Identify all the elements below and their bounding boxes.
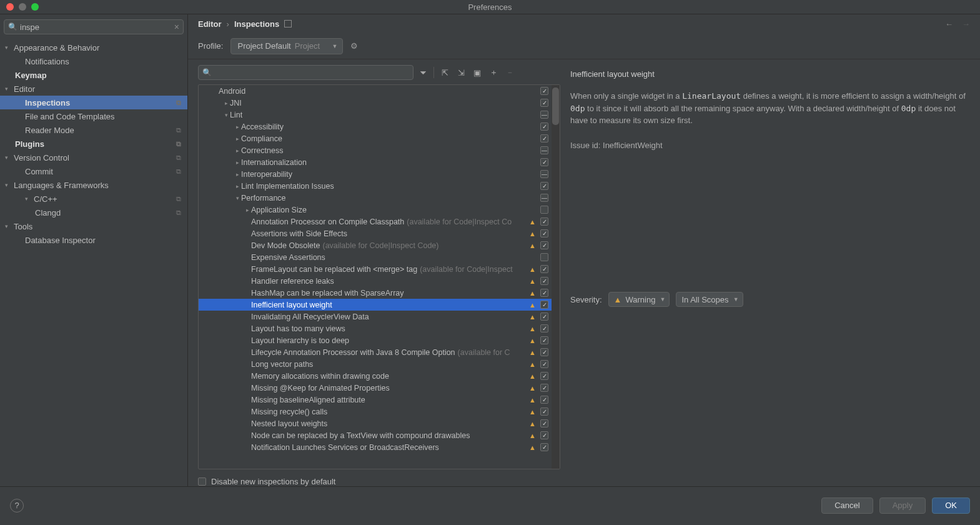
severity-select[interactable]: ▲ Warning ▼ xyxy=(608,292,670,307)
breadcrumb-part-editor[interactable]: Editor xyxy=(198,19,222,29)
inspection-row[interactable]: ▸JNI xyxy=(199,97,560,109)
inspection-checkbox[interactable] xyxy=(540,134,548,142)
apply-button[interactable]: Apply xyxy=(879,498,926,514)
sidebar-item-appearance-behavior[interactable]: ▾Appearance & Behavior xyxy=(0,41,187,54)
sidebar-item-database-inspector[interactable]: Database Inspector xyxy=(0,233,187,247)
inspection-row[interactable]: Invalidating All RecyclerView Data▲ xyxy=(199,311,560,322)
profile-select[interactable]: Project Default Project ▼ xyxy=(230,38,343,54)
inspection-row[interactable]: ▾Performance xyxy=(199,192,560,204)
inspection-row[interactable]: ▾Lint xyxy=(199,109,560,121)
inspection-row[interactable]: Layout hierarchy is too deep▲ xyxy=(199,334,560,346)
inspection-checkbox[interactable] xyxy=(540,289,548,297)
add-icon[interactable]: ＋ xyxy=(487,66,500,79)
inspection-row[interactable]: ▸Interoperability xyxy=(199,168,560,180)
inspection-row[interactable]: Expensive Assertions xyxy=(199,251,560,263)
inspection-checkbox[interactable] xyxy=(540,122,548,131)
disable-new-inspections-checkbox[interactable] xyxy=(198,478,206,486)
inspection-row[interactable]: FrameLayout can be replaced with <merge>… xyxy=(199,263,560,275)
inspection-row[interactable]: Assertions with Side Effects▲ xyxy=(199,228,560,239)
inspection-row[interactable]: ▸Lint Implementation Issues xyxy=(199,180,560,192)
inspection-row[interactable]: ▸Compliance xyxy=(199,132,560,144)
sidebar-item-keymap[interactable]: Keymap xyxy=(0,68,187,82)
sidebar-item-file-and-code-templates[interactable]: File and Code Templates xyxy=(0,109,187,123)
inspection-checkbox[interactable] xyxy=(540,182,548,190)
inspection-checkbox[interactable] xyxy=(540,408,548,416)
inspection-checkbox[interactable] xyxy=(540,324,548,332)
scrollbar-thumb[interactable] xyxy=(552,88,559,125)
inspection-checkbox[interactable] xyxy=(540,218,548,226)
inspection-row[interactable]: Memory allocations within drawing code▲ xyxy=(199,370,560,382)
inspection-row[interactable]: Lifecycle Annotation Processor with Java… xyxy=(199,346,560,358)
inspection-checkbox[interactable] xyxy=(540,111,548,119)
inspection-row[interactable]: Layout has too many views▲ xyxy=(199,322,560,334)
inspection-row[interactable]: ▸Accessibility xyxy=(199,121,560,132)
inspection-checkbox[interactable] xyxy=(540,301,548,309)
minimize-window-button[interactable] xyxy=(19,3,26,11)
inspection-row[interactable]: Missing baselineAligned attribute▲ xyxy=(199,394,560,406)
remove-icon[interactable]: － xyxy=(503,66,517,79)
ok-button[interactable]: OK xyxy=(932,498,970,514)
inspection-checkbox[interactable] xyxy=(540,194,548,202)
expand-all-icon[interactable]: ⇱ xyxy=(438,66,452,79)
inspection-row[interactable]: Inefficient layout weight▲ xyxy=(199,299,560,311)
inspection-checkbox[interactable] xyxy=(540,384,548,392)
sidebar-search[interactable]: 🔍 × xyxy=(4,19,184,34)
scope-select[interactable]: In All Scopes ▼ xyxy=(676,292,743,307)
inspection-row[interactable]: HashMap can be replaced with SparseArray… xyxy=(199,287,560,299)
inspection-row[interactable]: Dev Mode Obsolete(available for Code|Ins… xyxy=(199,239,560,251)
sidebar-item-languages-frameworks[interactable]: ▾Languages & Frameworks xyxy=(0,178,187,192)
inspection-checkbox[interactable] xyxy=(540,158,548,166)
inspection-checkbox[interactable] xyxy=(540,99,548,107)
cancel-button[interactable]: Cancel xyxy=(821,498,873,514)
inspection-checkbox[interactable] xyxy=(540,206,548,214)
inspection-checkbox[interactable] xyxy=(540,348,548,356)
inspection-checkbox[interactable] xyxy=(540,419,548,428)
inspection-checkbox[interactable] xyxy=(540,241,548,249)
sidebar-item-c-c-[interactable]: ▾C/C++⧉ xyxy=(0,192,187,206)
inspection-checkbox[interactable] xyxy=(540,265,548,273)
inspection-row[interactable]: Notification Launches Services or Broadc… xyxy=(199,441,560,453)
inspection-row[interactable]: ▸Internationalization xyxy=(199,156,560,168)
gear-icon[interactable]: ⚙ xyxy=(350,41,358,51)
inspection-row[interactable]: Missing recycle() calls▲ xyxy=(199,406,560,418)
inspections-tree[interactable]: Android▸JNI▾Lint▸Accessibility▸Complianc… xyxy=(198,84,560,469)
search-clear-icon[interactable]: × xyxy=(174,22,179,32)
inspection-checkbox[interactable] xyxy=(540,146,548,154)
help-button[interactable]: ? xyxy=(10,499,24,512)
inspection-checkbox[interactable] xyxy=(540,229,548,238)
scrollbar[interactable] xyxy=(552,85,560,469)
inspection-row[interactable]: Long vector paths▲ xyxy=(199,358,560,370)
inspection-checkbox[interactable] xyxy=(540,336,548,344)
inspection-checkbox[interactable] xyxy=(540,396,548,404)
nav-back-icon[interactable]: ← xyxy=(945,19,953,29)
inspection-checkbox[interactable] xyxy=(540,431,548,439)
close-window-button[interactable] xyxy=(6,3,14,11)
inspection-row[interactable]: Annotation Processor on Compile Classpat… xyxy=(199,216,560,228)
inspection-row[interactable]: ▸Correctness xyxy=(199,144,560,156)
inspection-row[interactable]: ▸Application Size xyxy=(199,204,560,216)
inspection-checkbox[interactable] xyxy=(540,443,548,451)
sidebar-item-commit[interactable]: Commit⧉ xyxy=(0,164,187,178)
sidebar-item-plugins[interactable]: Plugins⧉ xyxy=(0,137,187,151)
sidebar-search-input[interactable] xyxy=(20,22,174,32)
inspection-row[interactable]: Nested layout weights▲ xyxy=(199,418,560,429)
sidebar-item-tools[interactable]: ▾Tools xyxy=(0,219,187,233)
inspection-checkbox[interactable] xyxy=(540,253,548,261)
inspection-row[interactable]: Handler reference leaks▲ xyxy=(199,275,560,287)
sidebar-item-inspections[interactable]: Inspections⧉ xyxy=(0,96,187,109)
inspection-row[interactable]: Android xyxy=(199,85,560,97)
inspection-checkbox[interactable] xyxy=(540,312,548,321)
inspection-checkbox[interactable] xyxy=(540,372,548,380)
expand-icon[interactable] xyxy=(284,20,292,28)
inspection-checkbox[interactable] xyxy=(540,87,548,95)
sidebar-item-notifications[interactable]: Notifications xyxy=(0,54,187,68)
filter-icon[interactable]: ⏷ xyxy=(416,66,430,79)
inspection-checkbox[interactable] xyxy=(540,170,548,178)
inspection-checkbox[interactable] xyxy=(540,360,548,368)
sidebar-item-reader-mode[interactable]: Reader Mode⧉ xyxy=(0,123,187,137)
inspection-row[interactable]: Missing @Keep for Animated Properties▲ xyxy=(199,382,560,394)
sidebar-item-editor[interactable]: ▾Editor xyxy=(0,82,187,96)
sidebar-item-clangd[interactable]: Clangd⧉ xyxy=(0,206,187,219)
inspection-row[interactable]: Node can be replaced by a TextView with … xyxy=(199,429,560,441)
inspections-search[interactable]: 🔍 xyxy=(198,65,413,80)
